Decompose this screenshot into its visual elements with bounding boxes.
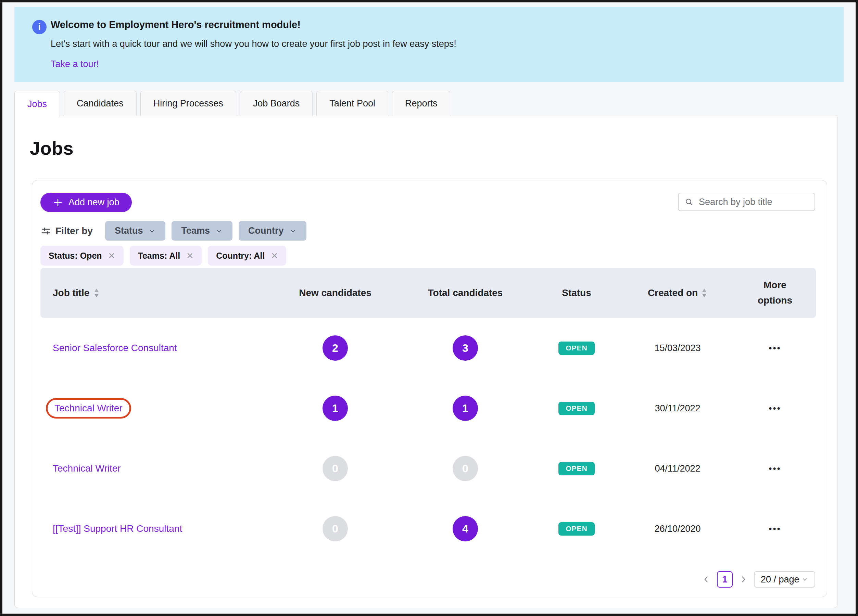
chevron-down-icon — [802, 576, 808, 583]
plus-icon — [53, 197, 63, 208]
teams-filter-label: Teams — [181, 225, 210, 236]
tab-hiring-processes[interactable]: Hiring Processes — [140, 91, 236, 116]
job-title-link[interactable]: Technical Writer — [53, 463, 121, 474]
job-title-link[interactable]: Technical Writer — [54, 403, 123, 413]
remove-chip-icon[interactable]: ✕ — [108, 251, 115, 261]
table-row: [[Test]] Support HR Consultant 0 4 OPEN … — [40, 499, 816, 559]
search-icon — [685, 197, 693, 207]
total-candidates-count[interactable]: 3 — [452, 335, 478, 361]
tab-bar: Jobs Candidates Hiring Processes Job Boa… — [14, 91, 450, 117]
new-candidates-count[interactable]: 0 — [323, 456, 348, 481]
remove-chip-icon[interactable]: ✕ — [271, 251, 278, 261]
info-icon: i — [32, 20, 47, 34]
total-candidates-count[interactable]: 4 — [452, 516, 478, 542]
status-badge: OPEN — [558, 402, 595, 415]
total-candidates-count[interactable]: 1 — [452, 396, 478, 421]
chip-status-open: Status: Open ✕ — [40, 246, 124, 265]
teams-filter-dropdown[interactable]: Teams — [171, 221, 233, 241]
created-on-date: 26/10/2020 — [621, 524, 734, 534]
status-badge: OPEN — [558, 522, 595, 535]
tab-talent-pool[interactable]: Talent Pool — [316, 91, 388, 116]
tab-reports[interactable]: Reports — [392, 91, 451, 116]
job-title-link[interactable]: [[Test]] Support HR Consultant — [53, 523, 182, 534]
chip-status-open-label: Status: Open — [49, 251, 102, 261]
annotation-ellipse: Technical Writer — [46, 398, 131, 419]
job-title-link[interactable]: Senior Salesforce Consultant — [53, 343, 177, 353]
jobs-panel: Jobs Add new job Filter — [14, 116, 838, 608]
chevron-down-icon — [289, 227, 297, 235]
search-box[interactable] — [678, 193, 815, 211]
status-filter-label: Status — [115, 225, 143, 236]
chip-teams-all-label: Teams: All — [138, 251, 180, 261]
table-row: Technical Writer 0 0 OPEN 04/11/2022 ••• — [40, 438, 816, 499]
tab-job-boards[interactable]: Job Boards — [240, 91, 313, 116]
pagination: 1 20 / page — [40, 571, 815, 588]
filter-sliders-icon — [40, 225, 51, 236]
page-size-value: 20 / page — [761, 574, 799, 585]
sort-icon[interactable] — [93, 288, 99, 298]
welcome-banner: i Welcome to Employment Hero's recruitme… — [14, 7, 844, 82]
new-candidates-count[interactable]: 1 — [323, 396, 348, 421]
table-row: Senior Salesforce Consultant 2 3 OPEN 15… — [40, 318, 816, 378]
filter-row: Filter by Status Teams Country — [40, 221, 815, 241]
chip-teams-all: Teams: All ✕ — [130, 246, 202, 265]
previous-page-icon[interactable] — [701, 574, 712, 585]
new-candidates-count[interactable]: 0 — [323, 516, 348, 542]
table-row: Technical Writer 1 1 OPEN 30/11/2022 ••• — [40, 378, 816, 438]
created-on-date: 30/11/2022 — [621, 403, 734, 414]
more-options-icon[interactable]: ••• — [734, 403, 816, 414]
banner-title: Welcome to Employment Hero's recruitment… — [51, 19, 456, 31]
filter-by-label: Filter by — [40, 225, 93, 236]
column-status: Status — [532, 287, 621, 298]
country-filter-label: Country — [248, 225, 284, 236]
total-candidates-count[interactable]: 0 — [452, 456, 478, 481]
remove-chip-icon[interactable]: ✕ — [186, 251, 193, 261]
created-on-date: 15/03/2023 — [621, 343, 734, 354]
banner-subtitle: Let's start with a quick tour and we wil… — [51, 39, 456, 49]
search-input[interactable] — [698, 196, 808, 208]
table-header: Job title New candidates Total candidate… — [40, 268, 816, 318]
toolbar: Add new job — [40, 193, 815, 212]
filter-chips: Status: Open ✕ Teams: All ✕ Country: All… — [40, 246, 815, 265]
jobs-card: Add new job Filter by Status — [32, 180, 827, 597]
column-more-options: More options — [753, 278, 797, 308]
next-page-icon[interactable] — [738, 574, 748, 585]
more-options-icon[interactable]: ••• — [734, 524, 816, 534]
more-options-icon[interactable]: ••• — [734, 343, 816, 354]
page-size-select[interactable]: 20 / page — [754, 571, 815, 588]
column-job-title[interactable]: Job title — [40, 287, 272, 298]
tab-jobs[interactable]: Jobs — [14, 91, 60, 117]
job-title-header-label: Job title — [53, 287, 89, 298]
column-new-candidates: New candidates — [272, 287, 398, 298]
take-a-tour-link[interactable]: Take a tour! — [51, 59, 456, 70]
new-candidates-count[interactable]: 2 — [323, 335, 348, 361]
add-new-job-button[interactable]: Add new job — [40, 193, 132, 212]
page-number-button[interactable]: 1 — [717, 571, 733, 588]
status-filter-dropdown[interactable]: Status — [105, 221, 166, 241]
country-filter-dropdown[interactable]: Country — [239, 221, 306, 241]
page-title: Jobs — [30, 138, 74, 159]
sort-icon[interactable] — [701, 288, 707, 298]
created-on-header-label: Created on — [648, 287, 698, 298]
status-badge: OPEN — [558, 462, 595, 475]
chevron-down-icon — [215, 227, 223, 235]
tab-candidates[interactable]: Candidates — [64, 91, 137, 116]
column-created-on[interactable]: Created on — [621, 287, 734, 298]
column-total-candidates: Total candidates — [398, 287, 532, 298]
chevron-down-icon — [148, 227, 156, 235]
banner-text: Welcome to Employment Hero's recruitment… — [51, 19, 456, 70]
created-on-date: 04/11/2022 — [621, 463, 734, 474]
more-options-icon[interactable]: ••• — [734, 463, 816, 474]
filter-by-text: Filter by — [56, 225, 93, 236]
chip-country-all: Country: All ✕ — [208, 246, 286, 265]
add-new-job-label: Add new job — [68, 197, 120, 208]
status-badge: OPEN — [558, 341, 595, 355]
chip-country-all-label: Country: All — [216, 251, 265, 261]
app-window: i Welcome to Employment Hero's recruitme… — [0, 0, 858, 616]
